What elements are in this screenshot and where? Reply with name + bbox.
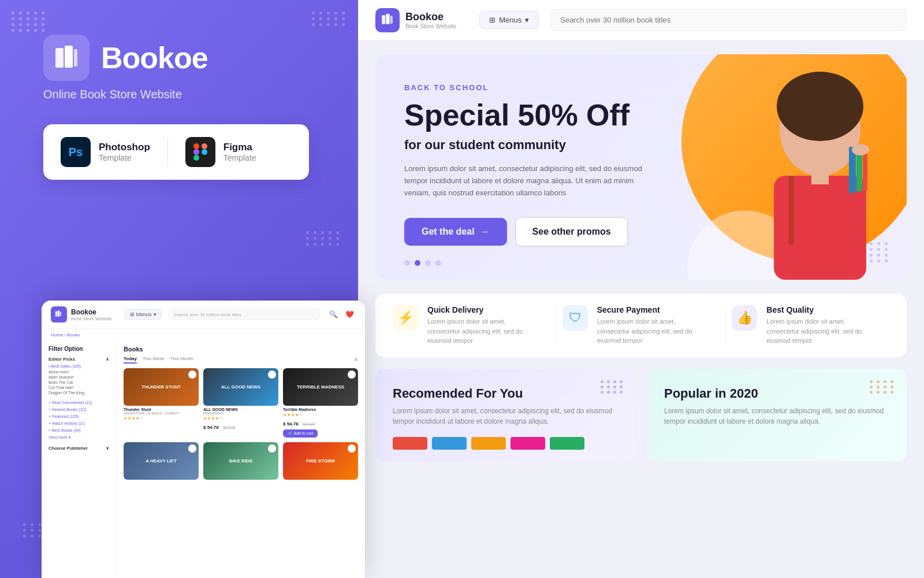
book-card-heavy: A HEAVY LIFT ♡ [124, 442, 199, 480]
quick-delivery-desc: Lorem ipsum dolor sit amet, consectetur … [427, 317, 539, 346]
book-heart-goodnews[interactable]: ♡ [268, 370, 276, 379]
photoshop-type: Template [99, 153, 150, 162]
book-heart-thunder[interactable]: ♡ [188, 370, 196, 379]
popular-dots [870, 380, 895, 394]
popular-card: Popular in 2020 Lorem ipsum dolor sit am… [647, 369, 907, 461]
mockup-nav-btn[interactable]: ⊞ Menus ▾ [125, 309, 162, 320]
book-title-thunder: Thunder Stunt [124, 407, 199, 412]
popular-title: Popular in 2020 [664, 386, 889, 401]
svg-rect-0 [55, 48, 64, 68]
quick-delivery-text: Quick Delivery Lorem ipsum dolor sit ame… [427, 305, 539, 346]
site-logo-sub: Book Store Website [405, 23, 456, 29]
book-card-bike: BIKE RIDE ♡ [203, 442, 278, 480]
mockup-books-title: Books [124, 346, 358, 353]
grid-view-toggle[interactable]: ≡ [355, 356, 358, 364]
tab-this-week[interactable]: This Week [143, 356, 165, 364]
site-logo: Bookoe Book Store Website [375, 8, 456, 32]
figma-info: Figma Template [223, 142, 256, 162]
book-img-heavy: A HEAVY LIFT [124, 442, 199, 480]
svg-rect-17 [811, 167, 829, 184]
svg-rect-11 [382, 15, 385, 24]
arrow-icon: → [480, 227, 490, 237]
get-deal-button[interactable]: Get the deal → [404, 218, 507, 246]
book-img-thunder: THUNDER STUNT [124, 368, 199, 406]
tab-this-month[interactable]: This Month [170, 356, 193, 364]
chip-blue [432, 437, 467, 450]
template-divider [167, 138, 168, 166]
book-heart-fire[interactable]: ♡ [348, 444, 356, 453]
mockup-search-icon[interactable]: 🔍 [327, 308, 340, 321]
svg-point-7 [202, 149, 207, 155]
menus-chevron-icon: ▾ [525, 16, 529, 24]
recommended-card: Recomended For You Lorem ipsum dolor sit… [375, 369, 635, 461]
mockup-heart-icon[interactable]: ❤️ [343, 308, 356, 321]
see-promos-button[interactable]: See other promos [515, 217, 628, 247]
figma-template-item[interactable]: Figma Template [185, 137, 256, 167]
mockup-site-sub: Book Store Website [71, 316, 112, 321]
hero-tag: BACK TO SCHOOL [404, 83, 665, 92]
filter-most-commented: + Most Commented (21) [49, 400, 109, 405]
website-header: Bookoe Book Store Website ⊞ Menus ▾ [358, 0, 924, 40]
book-heart-terrible[interactable]: ♡ [348, 370, 356, 379]
book-price-goodnews: $ 54.78 [203, 425, 219, 430]
site-logo-icon [375, 8, 400, 32]
best-quality-title: Best Quality [766, 305, 878, 314]
hero-person-svg [705, 60, 901, 280]
photoshop-name: Photoshop [99, 142, 150, 153]
svg-rect-1 [65, 46, 73, 68]
chip-green [550, 437, 584, 450]
svg-point-4 [202, 143, 207, 149]
filter-editor-picks: Editor Picks ∧ • Best Sales (105) Alone … [49, 357, 109, 395]
mockup-search[interactable]: Search over 30 million book titles [169, 309, 320, 320]
book-old-price-goodnews: $70.00 [223, 425, 235, 429]
brand-icon [52, 43, 81, 72]
brand-name: Bookoe [101, 40, 208, 75]
book-img-fire: FIRE STORM [283, 442, 358, 480]
mockup-header: Bookoe Book Store Website ⊞ Menus ▾ Sear… [42, 301, 365, 329]
brand-icon-box [43, 35, 90, 81]
svg-point-3 [193, 143, 199, 149]
hero-description: Lorem ipsum dolor sit amet, consectetur … [404, 163, 647, 199]
book-title-terrible: Terrible Madness [283, 407, 358, 412]
bottom-cards: Recomended For You Lorem ipsum dolor sit… [375, 369, 907, 461]
mockup-main: Books Today This Week This Month ≡ THUND… [117, 341, 365, 575]
get-deal-label: Get the deal [422, 227, 475, 237]
book-img-bike: BIKE RIDE [203, 442, 278, 480]
see-promos-label: See other promos [532, 227, 611, 236]
mockup-logo: Bookoe Book Store Website [51, 306, 112, 323]
book-heart-heavy[interactable]: ♡ [188, 444, 196, 453]
book-heart-bike[interactable]: ♡ [268, 444, 276, 453]
filter-newest-books: + Newest Books (32) [49, 407, 109, 412]
site-search-input[interactable] [550, 9, 907, 31]
photoshop-template-item[interactable]: Ps Photoshop Template [61, 137, 150, 167]
brand-subtitle: Online Book Store Website [43, 88, 182, 101]
right-panel: Bookoe Book Store Website ⊞ Menus ▾ BACK… [358, 0, 924, 578]
svg-rect-9 [58, 310, 59, 316]
mockup-logo-icon [51, 306, 67, 323]
filter-editor-picks-label: Editor Picks [49, 357, 75, 362]
add-to-cart-btn[interactable]: 🛒 Add to cart [283, 429, 318, 438]
feature-best-quality: 👍 Best Quality Lorem ipsum dolor sit ame… [732, 305, 889, 346]
chip-red [393, 437, 427, 450]
mockup-body: Filter Option Editor Picks ∧ • Best Sale… [42, 341, 365, 575]
secure-payment-title: Secure Payment [597, 305, 709, 314]
mockup-icons: 🔍 ❤️ [327, 308, 356, 321]
svg-rect-10 [60, 312, 62, 316]
quick-delivery-title: Quick Delivery [427, 305, 539, 314]
recommended-color-chips [393, 437, 584, 450]
best-quality-desc: Lorem ipsum dolor sit amet, consectetur … [766, 317, 878, 346]
secure-payment-icon: 🛡 [562, 305, 588, 331]
hero-person-container [705, 60, 901, 280]
book-card-goodnews: ALL GOOD NEWS ♡ ALL GOOD NEWS BIOGRAPHY … [203, 368, 278, 438]
mockup-nav: ⊞ Menus ▾ [125, 309, 162, 320]
filter-featured: + Featured (129) [49, 414, 109, 419]
figma-type: Template [223, 153, 256, 162]
site-nav-menus-btn[interactable]: ⊞ Menus ▾ [479, 11, 539, 29]
hero-title: Special 50% Off [404, 99, 665, 132]
svg-point-21 [852, 144, 869, 155]
tab-today[interactable]: Today [124, 356, 137, 364]
book-img-goodnews: ALL GOOD NEWS [203, 368, 278, 406]
filter-view-more[interactable]: View more ▾ [49, 435, 109, 440]
feature-divider-1 [556, 305, 557, 346]
mockup-site-name: Bookoe [71, 308, 112, 316]
